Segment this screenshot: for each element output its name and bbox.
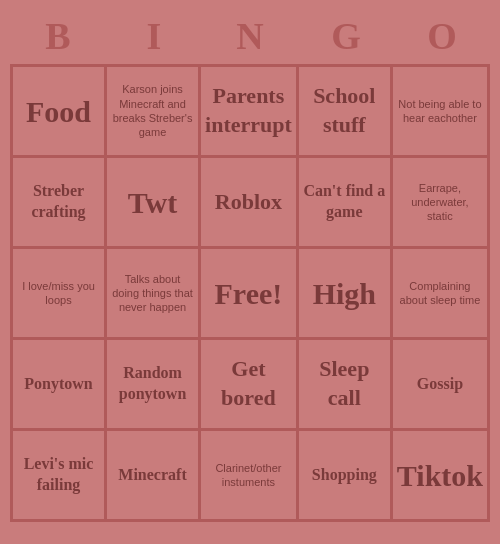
bingo-cell-0: Food — [13, 67, 104, 155]
cell-text-16: Random ponytown — [111, 363, 194, 405]
bingo-cell-8: Can't find a game — [299, 158, 390, 246]
cell-text-4: Not being able to hear eachother — [397, 97, 483, 126]
bingo-cell-9: Earrape, underwater, static — [393, 158, 487, 246]
cell-text-1: Karson joins Minecraft and breaks Strebe… — [111, 82, 194, 139]
header-letter-g: G — [298, 10, 394, 62]
bingo-cell-21: Minecraft — [107, 431, 198, 519]
bingo-cell-22: Clarinet/other instuments — [201, 431, 296, 519]
cell-text-19: Gossip — [417, 374, 463, 395]
bingo-cell-23: Shopping — [299, 431, 390, 519]
bingo-cell-5: Streber crafting — [13, 158, 104, 246]
header-letter-b: B — [10, 10, 106, 62]
bingo-cell-4: Not being able to hear eachother — [393, 67, 487, 155]
cell-text-13: High — [313, 274, 376, 313]
bingo-cell-16: Random ponytown — [107, 340, 198, 428]
bingo-grid: FoodKarson joins Minecraft and breaks St… — [10, 64, 490, 522]
cell-text-23: Shopping — [312, 465, 377, 486]
bingo-cell-15: Ponytown — [13, 340, 104, 428]
cell-text-15: Ponytown — [24, 374, 92, 395]
bingo-cell-24: Tiktok — [393, 431, 487, 519]
cell-text-9: Earrape, underwater, static — [397, 181, 483, 224]
bingo-cell-11: Talks about doing things that never happ… — [107, 249, 198, 337]
bingo-cell-18: Sleep call — [299, 340, 390, 428]
cell-text-8: Can't find a game — [303, 181, 386, 223]
bingo-cell-13: High — [299, 249, 390, 337]
cell-text-2: Parents interrupt — [205, 82, 292, 139]
bingo-cell-17: Get bored — [201, 340, 296, 428]
cell-text-22: Clarinet/other instuments — [205, 461, 292, 490]
cell-text-3: School stuff — [303, 82, 386, 139]
cell-text-7: Roblox — [215, 188, 282, 217]
cell-text-10: I love/miss you loops — [17, 279, 100, 308]
cell-text-6: Twt — [128, 183, 177, 222]
bingo-cell-20: Levi's mic failing — [13, 431, 104, 519]
cell-text-14: Complaining about sleep time — [397, 279, 483, 308]
bingo-cell-3: School stuff — [299, 67, 390, 155]
cell-text-21: Minecraft — [118, 465, 186, 486]
bingo-cell-6: Twt — [107, 158, 198, 246]
bingo-cell-1: Karson joins Minecraft and breaks Strebe… — [107, 67, 198, 155]
bingo-cell-2: Parents interrupt — [201, 67, 296, 155]
bingo-cell-7: Roblox — [201, 158, 296, 246]
cell-text-5: Streber crafting — [17, 181, 100, 223]
bingo-header: BINGO — [10, 10, 490, 62]
bingo-cell-14: Complaining about sleep time — [393, 249, 487, 337]
cell-text-24: Tiktok — [397, 456, 483, 495]
bingo-cell-12: Free! — [201, 249, 296, 337]
cell-text-18: Sleep call — [303, 355, 386, 412]
bingo-cell-10: I love/miss you loops — [13, 249, 104, 337]
header-letter-i: I — [106, 10, 202, 62]
cell-text-17: Get bored — [205, 355, 292, 412]
cell-text-12: Free! — [215, 274, 283, 313]
cell-text-11: Talks about doing things that never happ… — [111, 272, 194, 315]
bingo-card: BINGO FoodKarson joins Minecraft and bre… — [10, 10, 490, 522]
cell-text-20: Levi's mic failing — [17, 454, 100, 496]
cell-text-0: Food — [26, 92, 91, 131]
bingo-cell-19: Gossip — [393, 340, 487, 428]
header-letter-n: N — [202, 10, 298, 62]
header-letter-o: O — [394, 10, 490, 62]
